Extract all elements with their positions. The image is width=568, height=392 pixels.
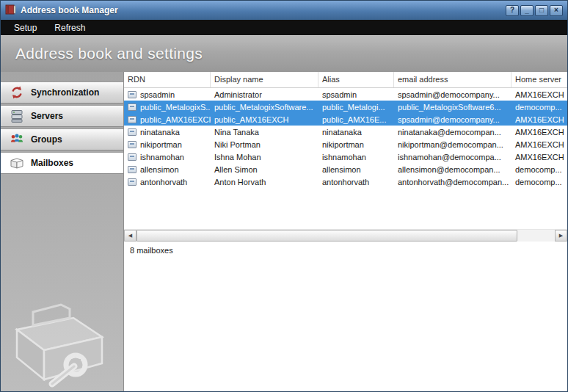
column-header-home-server[interactable]: Home server bbox=[511, 72, 567, 87]
sidebar-item-groups[interactable]: Groups bbox=[1, 128, 123, 150]
cell-text: allensimon bbox=[140, 165, 179, 174]
table-cell: ishnamohan bbox=[124, 150, 211, 163]
table-row[interactable]: nikiportmanNiki Portmannikiportmannikipo… bbox=[124, 138, 567, 150]
mailbox-icon bbox=[128, 104, 136, 111]
table-cell: Niki Portman bbox=[211, 138, 318, 150]
table-cell: Ishna Mohan bbox=[211, 150, 318, 163]
cell-text: Nina Tanaka bbox=[214, 128, 259, 137]
status-text: 8 mailboxes bbox=[130, 246, 173, 255]
table-row[interactable]: antonhorvathAnton Horvathantonhorvathant… bbox=[124, 175, 567, 188]
table-cell: nikiportman bbox=[124, 138, 211, 150]
cell-text: nikiportman bbox=[322, 140, 364, 149]
cell-text: Ishna Mohan bbox=[214, 153, 261, 161]
mailbox-icon bbox=[128, 153, 136, 161]
cell-text: democomp... bbox=[515, 103, 562, 112]
sidebar-item-mailboxes[interactable]: Mailboxes bbox=[1, 152, 123, 174]
cell-text: antonhorvath bbox=[322, 178, 369, 186]
table-cell: democomp... bbox=[511, 163, 567, 175]
cell-text: allensimon bbox=[322, 165, 361, 174]
cell-text: Administrator bbox=[214, 90, 262, 99]
cell-text: ishnamohan bbox=[322, 153, 366, 161]
table-cell: antonhorvath bbox=[318, 175, 394, 188]
cell-text: ishnamohan@democompa... bbox=[398, 153, 501, 161]
cell-text: democomp... bbox=[515, 165, 562, 174]
cell-text: Niki Portman bbox=[214, 140, 261, 149]
table-cell: AMX16EXCH bbox=[511, 150, 567, 163]
mailbox-icon bbox=[128, 178, 136, 186]
sidebar-item-label: Synchronization bbox=[31, 87, 99, 98]
table-cell: ninatanaka@democompan... bbox=[394, 126, 511, 138]
table-row[interactable]: spsadminAdministratorspsadminspsadmin@de… bbox=[124, 88, 567, 101]
maximize-button[interactable]: □ bbox=[535, 5, 548, 16]
cell-text: antonhorvath bbox=[140, 178, 187, 186]
sidebar-item-label: Mailboxes bbox=[31, 158, 73, 168]
menu-item-setup[interactable]: Setup bbox=[14, 23, 37, 33]
table-cell: public_MetalogixSoftware6... bbox=[394, 101, 511, 113]
sidebar: Synchronization Servers bbox=[1, 72, 123, 391]
table-cell: public_MetalogixS... bbox=[124, 101, 211, 113]
table-cell: spsadmin@democompany... bbox=[394, 113, 511, 126]
sidebar-item-servers[interactable]: Servers bbox=[1, 105, 123, 127]
mailbox-icon bbox=[128, 91, 136, 98]
groups-icon bbox=[10, 132, 24, 147]
table-row[interactable]: allensimonAllen Simonallensimonallensimo… bbox=[124, 163, 567, 175]
table-cell: nikiportman@democompan... bbox=[394, 138, 511, 150]
column-header-rdn[interactable]: RDN bbox=[124, 72, 211, 87]
table-body: spsadminAdministratorspsadminspsadmin@de… bbox=[124, 88, 567, 229]
column-header-email-address[interactable]: email address bbox=[394, 72, 511, 87]
help-button[interactable]: ? bbox=[506, 5, 519, 16]
horizontal-scrollbar[interactable]: ◀ ▶ bbox=[124, 229, 567, 242]
menu-item-refresh[interactable]: Refresh bbox=[54, 23, 85, 33]
mailboxes-icon bbox=[10, 156, 24, 170]
window: Address book Manager ? _ □ × Setup Refre… bbox=[0, 0, 568, 392]
table-cell: AMX16EXCH bbox=[511, 138, 567, 150]
cell-text: democomp... bbox=[515, 178, 562, 186]
table-cell: Allen Simon bbox=[211, 163, 318, 175]
cell-text: nikiportman@democompan... bbox=[398, 140, 503, 149]
cell-text: AMX16EXCH bbox=[515, 153, 564, 161]
minimize-button[interactable]: _ bbox=[520, 5, 534, 16]
table-row[interactable]: ishnamohanIshna Mohanishnamohanishnamoha… bbox=[124, 150, 567, 163]
title-bar[interactable]: Address book Manager ? _ □ × bbox=[1, 1, 567, 20]
sidebar-item-label: Groups bbox=[31, 134, 62, 145]
table-cell: allensimon bbox=[124, 163, 211, 175]
page-title: Address book and settings bbox=[15, 45, 203, 62]
cell-text: public_AMX16EXCH bbox=[140, 115, 211, 124]
table-row[interactable]: public_MetalogixS...public_MetalogixSoft… bbox=[124, 101, 567, 113]
close-button[interactable]: × bbox=[550, 5, 563, 16]
table-cell: public_AMX16EXCH bbox=[211, 113, 318, 126]
cell-text: public_MetalogixSoftware... bbox=[214, 103, 313, 112]
table-row[interactable]: public_AMX16EXCHpublic_AMX16EXCHpublic_A… bbox=[124, 113, 567, 126]
table-cell: allensimon@democompan... bbox=[394, 163, 511, 175]
cell-text: AMX16EXCH bbox=[515, 140, 564, 149]
scroll-left-arrow-icon[interactable]: ◀ bbox=[124, 230, 136, 242]
column-header-display-name[interactable]: Display name bbox=[211, 72, 318, 87]
cell-text: AMX16EXCH bbox=[515, 90, 564, 99]
table-cell: antonhorvath@democompan... bbox=[394, 175, 511, 188]
table-header: RDN Display name Alias email address Hom… bbox=[124, 72, 567, 88]
table-cell: nikiportman bbox=[318, 138, 394, 150]
mailboxes-panel: RDN Display name Alias email address Hom… bbox=[123, 72, 567, 391]
status-bar: 8 mailboxes bbox=[124, 242, 567, 391]
table-cell: spsadmin bbox=[124, 88, 211, 101]
content-area: Synchronization Servers bbox=[1, 72, 567, 391]
table-cell: allensimon bbox=[318, 163, 394, 175]
cell-text: antonhorvath@democompan... bbox=[398, 178, 509, 186]
table-row[interactable]: ninatanakaNina Tanakaninatanakaninatanak… bbox=[124, 126, 567, 138]
sidebar-item-synchronization[interactable]: Synchronization bbox=[1, 81, 123, 104]
cell-text: allensimon@democompan... bbox=[398, 165, 500, 174]
window-controls: ? _ □ × bbox=[506, 5, 563, 16]
table-cell: AMX16EXCH bbox=[511, 126, 567, 138]
servers-icon bbox=[10, 109, 24, 123]
table-cell: Nina Tanaka bbox=[211, 126, 318, 138]
table-cell: spsadmin@democompany... bbox=[394, 88, 511, 101]
menu-bar: Setup Refresh bbox=[1, 20, 567, 35]
scrollbar-track[interactable] bbox=[136, 230, 555, 242]
scrollbar-thumb[interactable] bbox=[136, 230, 517, 242]
mailbox-icon bbox=[128, 166, 136, 173]
table-cell: ninatanaka bbox=[124, 126, 211, 138]
scroll-right-arrow-icon[interactable]: ▶ bbox=[555, 230, 567, 242]
table-cell: public_AMX16E... bbox=[318, 113, 394, 126]
cell-text: Anton Horvath bbox=[214, 178, 266, 186]
column-header-alias[interactable]: Alias bbox=[318, 72, 394, 87]
